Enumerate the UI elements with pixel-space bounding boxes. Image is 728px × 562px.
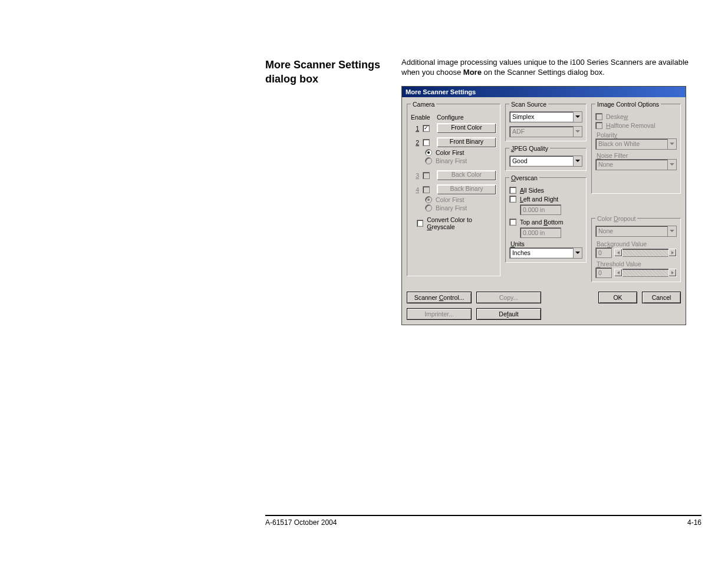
front-color-first-radio[interactable]	[425, 149, 432, 156]
front-binary-first-radio	[425, 157, 432, 164]
camera-row4-num: 4	[411, 186, 419, 193]
camera-row2-num: 2	[411, 139, 419, 146]
scanner-control-button[interactable]: Scanner Control...	[407, 292, 472, 303]
scan-mode-value: Simplex	[512, 113, 534, 120]
copy-button: Copy...	[476, 292, 541, 303]
section-body: Additional image processing values uniqu…	[401, 58, 701, 78]
camera-enable-header: Enable	[411, 114, 433, 121]
deskew-checkbox	[595, 113, 602, 120]
halftone-label: Halftone Removal	[606, 122, 655, 129]
overscan-allsides-label: All Sides	[520, 187, 544, 194]
overscan-units-value: Inches	[512, 249, 531, 256]
deskew-label: Deskew	[606, 113, 628, 120]
camera-back-color-button: Back Color	[437, 170, 496, 181]
color-dropout-group: Color Dropout None Background Value 0 Th…	[591, 215, 681, 282]
threshold-label: Threshold Value	[597, 260, 677, 267]
arrow-left-icon	[614, 269, 622, 277]
ok-button[interactable]: OK	[598, 292, 637, 303]
dropdown-icon	[667, 226, 676, 236]
convert-greyscale-label: Convert Color to Greyscale	[427, 216, 496, 230]
dialog-title: More Scanner Settings	[406, 88, 476, 95]
cancel-button[interactable]: Cancel	[642, 292, 681, 303]
camera-back-color-checkbox	[423, 172, 430, 179]
halftone-checkbox	[595, 122, 602, 129]
camera-row3-num: 3	[411, 172, 419, 179]
dialog-titlebar: More Scanner Settings	[402, 87, 686, 97]
camera-front-color-button[interactable]: Front Color	[437, 123, 496, 134]
page-footer: A-61517 October 2004 4-16	[265, 515, 701, 527]
camera-row1-num: 1	[411, 125, 419, 132]
camera-group: Camera Enable Configure 1 ✓ Front Color	[407, 101, 500, 276]
camera-configure-header: Configure	[437, 114, 496, 121]
front-color-first-label: Color First	[436, 149, 464, 156]
back-color-first-label: Color First	[436, 196, 464, 203]
color-dropout-select: None	[595, 226, 677, 237]
dropdown-icon	[667, 160, 676, 170]
color-dropout-legend: Color Dropout	[595, 215, 637, 222]
scan-feeder-value: ADF	[512, 128, 525, 135]
jpeg-quality-group: JPEG Quality Good	[505, 145, 587, 171]
overscan-units-label: Units	[510, 240, 582, 247]
convert-greyscale-checkbox[interactable]	[417, 220, 423, 227]
overscan-tb-label: Top and Bottom	[520, 219, 564, 226]
dropdown-icon	[573, 127, 582, 137]
camera-back-binary-button: Back Binary	[437, 184, 496, 195]
overscan-group: Overscan All Sides Left and Right 0.000 …	[505, 174, 587, 263]
threshold-slider	[614, 269, 677, 277]
dropdown-icon	[573, 248, 582, 258]
threshold-input: 0	[595, 267, 612, 278]
noise-value: None	[598, 161, 613, 168]
color-dropout-value: None	[598, 227, 613, 234]
scan-mode-select[interactable]: Simplex	[509, 111, 582, 123]
dropdown-icon	[667, 139, 676, 149]
imprinter-button: Imprinter...	[407, 308, 472, 320]
body-bold: More	[463, 68, 482, 77]
camera-front-binary-button[interactable]: Front Binary	[437, 137, 496, 148]
dropdown-icon	[573, 112, 582, 122]
footer-right: 4-16	[687, 518, 701, 527]
section-heading: More Scanner Settings dialog box	[265, 58, 389, 87]
polarity-select: Black on White	[595, 138, 677, 150]
polarity-label: Polarity	[597, 131, 677, 138]
back-binary-first-radio	[425, 204, 432, 211]
back-binary-first-label: Binary First	[436, 204, 467, 211]
overscan-units-select[interactable]: Inches	[509, 247, 582, 259]
body-trailing: on the Scanner Settings dialog box.	[482, 68, 605, 77]
jpeg-quality-select[interactable]: Good	[509, 156, 582, 167]
camera-front-binary-checkbox[interactable]	[423, 139, 430, 146]
bg-value-slider	[614, 249, 677, 257]
footer-left: A-61517 October 2004	[265, 518, 337, 527]
scan-source-group: Scan Source Simplex ADF	[505, 101, 587, 141]
camera-front-color-checkbox[interactable]: ✓	[423, 125, 430, 132]
scan-source-legend: Scan Source	[509, 101, 548, 108]
image-control-legend: Image Control Options	[595, 101, 661, 108]
arrow-right-icon	[668, 249, 677, 257]
noise-select: None	[595, 159, 677, 170]
polarity-value: Black on White	[598, 140, 640, 147]
overscan-legend: Overscan	[509, 174, 539, 181]
front-binary-first-label: Binary First	[436, 157, 467, 164]
jpeg-legend: JPEG Quality	[509, 145, 550, 152]
overscan-lr-label: Left and Right	[520, 196, 558, 203]
overscan-lr-value: 0.000 in	[520, 204, 561, 215]
overscan-allsides-checkbox[interactable]	[509, 187, 516, 194]
bg-value-input: 0	[595, 247, 612, 258]
jpeg-quality-value: Good	[512, 157, 528, 164]
default-button[interactable]: Default	[476, 308, 541, 320]
scan-feeder-select: ADF	[509, 126, 582, 137]
arrow-left-icon	[614, 249, 622, 257]
camera-back-binary-checkbox	[423, 186, 430, 193]
overscan-lr-checkbox[interactable]	[509, 196, 516, 203]
image-control-group: Image Control Options Deskew Halftone Re…	[591, 101, 681, 194]
bg-value-label: Background Value	[597, 240, 677, 247]
back-color-first-radio	[425, 196, 432, 203]
camera-legend: Camera	[411, 101, 436, 108]
arrow-right-icon	[668, 269, 677, 277]
more-scanner-settings-dialog: More Scanner Settings Camera Enable Conf…	[401, 86, 686, 325]
dropdown-icon	[573, 156, 582, 166]
overscan-tb-checkbox[interactable]	[509, 219, 516, 226]
overscan-tb-value: 0.000 in	[520, 227, 561, 238]
noise-label: Noise Filter	[597, 152, 677, 159]
